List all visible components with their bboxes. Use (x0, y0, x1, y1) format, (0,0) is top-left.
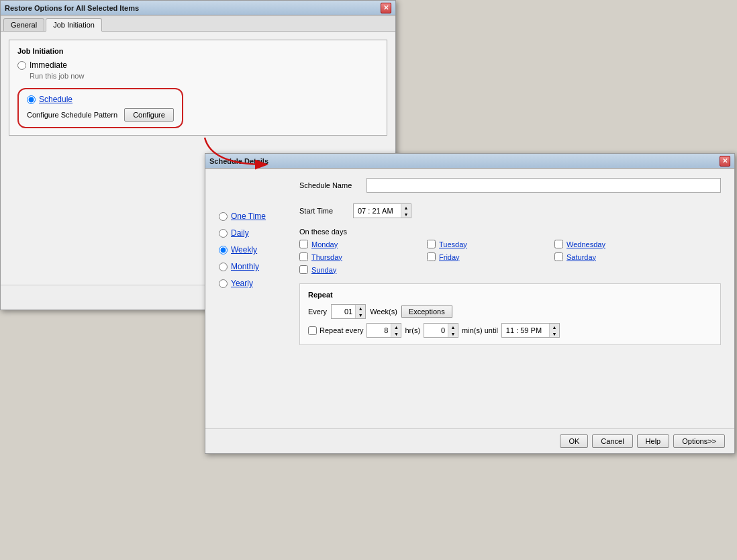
tuesday-label[interactable]: Tuesday (439, 240, 467, 248)
saturday-item: Saturday (554, 252, 675, 261)
start-time-value: 07 : 21 AM (354, 205, 401, 216)
start-time-input-group: 07 : 21 AM ▲ ▼ (353, 203, 411, 218)
weekly-radio[interactable] (219, 246, 228, 254)
schedule-close-button[interactable]: ✕ (720, 156, 730, 167)
saturday-label[interactable]: Saturday (567, 253, 596, 261)
schedule-highlight-box: Schedule Configure Schedule Pattern Conf… (17, 88, 183, 128)
one-time-radio[interactable] (219, 212, 228, 221)
tuesday-checkbox[interactable] (427, 240, 436, 248)
until-down[interactable]: ▼ (550, 330, 559, 337)
schedule-name-row: Schedule Name (299, 178, 721, 193)
min-spin-buttons: ▲ ▼ (448, 324, 458, 337)
yearly-label[interactable]: Yearly (231, 279, 253, 288)
immediate-label[interactable]: Immediate (30, 60, 67, 70)
restore-title: Restore Options for All Selected Items (5, 4, 139, 12)
every-spin-buttons: ▲ ▼ (355, 305, 365, 318)
schedule-help-button[interactable]: Help (637, 434, 670, 448)
saturday-checkbox[interactable] (554, 252, 563, 261)
monday-label[interactable]: Monday (311, 240, 338, 248)
restore-body: Job Initiation Immediate Run this job no… (1, 32, 395, 150)
hr-label: hr(s) (405, 326, 420, 334)
schedule-label[interactable]: Schedule (39, 95, 72, 104)
wednesday-item: Wednesday (554, 240, 675, 248)
schedule-titlebar: Schedule Details ✕ (205, 154, 734, 169)
daily-label[interactable]: Daily (231, 228, 249, 238)
friday-checkbox[interactable] (427, 252, 436, 261)
configure-schedule-label: Configure Schedule Pattern (27, 111, 117, 119)
schedule-body: One Time Daily Weekly Monthly Yearly (205, 169, 734, 355)
until-up[interactable]: ▲ (550, 324, 559, 330)
start-time-up[interactable]: ▲ (401, 204, 411, 211)
restore-tab-bar: General Job Initiation (1, 15, 395, 32)
configure-schedule-row: Configure Schedule Pattern Configure (27, 108, 174, 122)
schedule-cancel-button[interactable]: Cancel (592, 434, 632, 448)
wednesday-checkbox[interactable] (554, 240, 563, 248)
one-time-row: One Time (219, 212, 286, 221)
immediate-radio-row: Immediate (17, 60, 379, 70)
sunday-item: Sunday (299, 265, 420, 274)
run-now-text: Run this job now (17, 72, 379, 80)
weekly-row: Weekly (219, 245, 286, 254)
monthly-radio[interactable] (219, 263, 228, 271)
hr-spin-group: 8 ▲ ▼ (366, 323, 401, 338)
start-time-down[interactable]: ▼ (401, 211, 411, 218)
restore-close-button[interactable]: ✕ (381, 3, 391, 13)
schedule-radio[interactable] (27, 95, 36, 104)
weekly-label[interactable]: Weekly (231, 245, 257, 254)
sunday-label[interactable]: Sunday (311, 266, 336, 274)
frequency-panel: One Time Daily Weekly Monthly Yearly (219, 178, 286, 345)
until-time-group: 11 : 59 PM ▲ ▼ (501, 323, 560, 338)
thursday-label[interactable]: Thursday (311, 253, 342, 261)
every-up[interactable]: ▲ (356, 305, 365, 312)
min-spin-group: 0 ▲ ▼ (424, 323, 458, 338)
min-down[interactable]: ▼ (448, 330, 458, 337)
configure-button[interactable]: Configure (124, 108, 174, 122)
every-label: Every (308, 308, 327, 316)
restore-titlebar: Restore Options for All Selected Items ✕ (1, 1, 395, 15)
hr-up[interactable]: ▲ (391, 324, 401, 330)
repeat-section: Repeat Every 01 ▲ ▼ Week(s) Exceptions (299, 283, 721, 345)
every-value: 01 (332, 305, 355, 318)
tab-job-initiation[interactable]: Job Initiation (46, 18, 102, 32)
hr-down[interactable]: ▼ (391, 330, 401, 337)
immediate-radio[interactable] (17, 61, 26, 70)
details-panel: Schedule Name Start Time 07 : 21 AM ▲ ▼ … (299, 178, 721, 345)
on-these-days-label: On these days (299, 228, 721, 236)
every-down[interactable]: ▼ (356, 312, 365, 318)
repeat-title: Repeat (308, 291, 712, 299)
repeat-row2: Repeat every 8 ▲ ▼ hr(s) 0 ▲ (308, 323, 712, 338)
repeat-every-checkbox[interactable] (308, 326, 317, 335)
friday-item: Friday (427, 252, 548, 261)
tab-general[interactable]: General (3, 18, 44, 31)
schedule-options-button[interactable]: Options>> (673, 434, 725, 448)
sunday-checkbox[interactable] (299, 265, 308, 274)
every-spin-group: 01 ▲ ▼ (331, 304, 366, 319)
yearly-row: Yearly (219, 279, 286, 288)
wednesday-label[interactable]: Wednesday (567, 240, 605, 248)
schedule-ok-button[interactable]: OK (560, 434, 588, 448)
one-time-label[interactable]: One Time (231, 212, 266, 221)
friday-label[interactable]: Friday (439, 253, 460, 261)
schedule-name-input[interactable] (366, 178, 721, 193)
days-grid: Monday Tuesday Wednesday Thursday (299, 240, 721, 274)
job-initiation-section-title: Job Initiation (17, 47, 379, 55)
unit-label: Week(s) (370, 308, 397, 316)
tuesday-item: Tuesday (427, 240, 548, 248)
repeat-every-label: Repeat every (308, 326, 363, 335)
exceptions-button[interactable]: Exceptions (401, 306, 452, 318)
until-value: 11 : 59 PM (502, 325, 549, 336)
monthly-row: Monthly (219, 262, 286, 271)
schedule-radio-row: Schedule (27, 95, 174, 104)
until-spin-buttons: ▲ ▼ (549, 324, 559, 337)
monday-checkbox[interactable] (299, 240, 308, 248)
thursday-checkbox[interactable] (299, 252, 308, 261)
monday-item: Monday (299, 240, 420, 248)
monthly-label[interactable]: Monthly (231, 262, 259, 271)
schedule-footer: OK Cancel Help Options>> (205, 428, 734, 453)
yearly-radio[interactable] (219, 279, 228, 288)
daily-radio[interactable] (219, 229, 228, 238)
schedule-details-dialog: Schedule Details ✕ One Time Daily Weekly… (205, 153, 735, 454)
start-time-label: Start Time (299, 207, 346, 215)
min-up[interactable]: ▲ (448, 324, 458, 330)
days-section: On these days Monday Tuesday Wednesday (299, 228, 721, 274)
